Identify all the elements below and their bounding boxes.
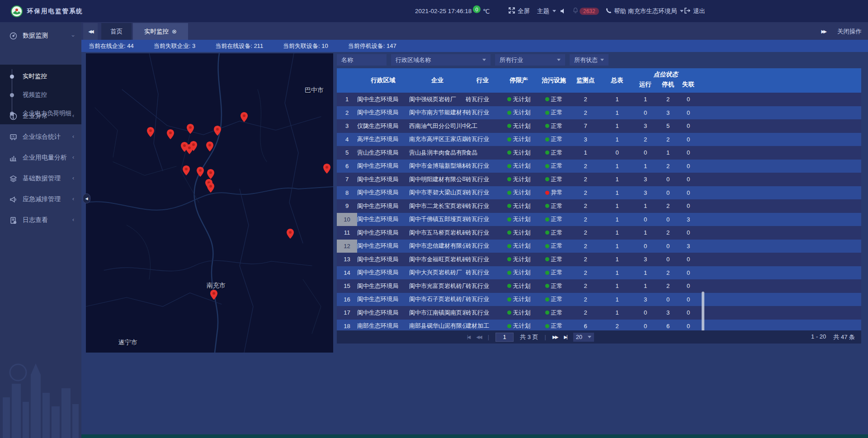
table-row[interactable]: 1阆中生态环境局阆中强锐页岩砖厂砖瓦行业无计划正常21120 [337, 93, 861, 106]
cell-facility: 正常 [538, 240, 570, 253]
cell-meters: 1 [601, 93, 633, 106]
sidebar-subitem-视频监控[interactable]: 视频监控 [0, 86, 81, 104]
cell-meters: 1 [601, 293, 633, 306]
help-button[interactable]: 帮助 [606, 0, 626, 22]
map-pin-icon[interactable] [323, 164, 330, 174]
table-row[interactable]: 6阆中生态环境局阆中市金博瑞新型墙材砖瓦行业无计划正常21120 [337, 160, 861, 173]
map-pin-icon[interactable] [210, 290, 217, 300]
status-select[interactable]: 所有状态 [570, 54, 609, 66]
table-row[interactable]: 13阆中生态环境局阆中市金福旺页岩机砖砖瓦行业无计划正常21300 [337, 253, 861, 266]
table-row[interactable]: 5营山生态环境局营山县润丰肉食品有限食品无计划正常10010 [337, 146, 861, 160]
cell-filler [698, 93, 861, 106]
table-row[interactable]: 10阆中生态环境局阆中千佛镇五郎垭页岩砖瓦行业无计划正常21003 [337, 213, 861, 226]
map-pin-icon[interactable] [197, 167, 204, 177]
map-pin-icon[interactable] [287, 229, 294, 239]
next-page-button[interactable]: ▶▶ [552, 334, 557, 339]
gauge-icon [9, 32, 17, 40]
cell-industry: 砖瓦行业 [466, 306, 500, 320]
status-dot-icon [545, 297, 549, 301]
table-row[interactable]: 8阆中生态环境局阆中市枣碧大梁山页岩砖瓦行业无计划异常21300 [337, 186, 861, 200]
fullscreen-button[interactable]: 全屏 [509, 0, 530, 22]
col-region: 行政区域 [357, 68, 409, 93]
table-row[interactable]: 4高坪生态环境局南充市高坪区王家店建砖瓦行业无计划正常31220 [337, 133, 861, 146]
cell-lost: 0 [678, 199, 698, 213]
table-row[interactable]: 11阆中生态环境局阆中市五马桥页岩机砖砖瓦行业无计划正常21120 [337, 226, 861, 240]
sidebar-subitem-实时监控[interactable]: 实时监控 [0, 67, 81, 85]
sidebar-item-数据监测[interactable]: 数据监测› [0, 26, 81, 46]
table-row[interactable]: 18南部生态环境局南部县砚华山泥有限公建材加工无计划正常62060 [337, 320, 861, 331]
notification-bell[interactable]: 2632 [572, 0, 599, 22]
table-row[interactable]: 16阆中生态环境局阆中市石子页岩机砖厂砖瓦行业无计划正常21300 [337, 293, 861, 306]
close-operations-button[interactable]: 关闭操作 [837, 28, 862, 36]
last-page-button[interactable]: ▶| [564, 334, 566, 339]
tabs-scroll-right-button[interactable]: ▶▶ [821, 29, 826, 34]
map-pin-icon[interactable] [167, 129, 174, 139]
cell-index: 3 [337, 119, 357, 133]
cell-limit: 无计划 [500, 106, 538, 120]
cell-lost: 0 [678, 226, 698, 240]
sidebar-item-应急减排管理[interactable]: 应急减排管理› [0, 189, 81, 209]
status-dot-icon [545, 311, 549, 315]
chevron-down-icon: › [72, 33, 74, 39]
table-row[interactable]: 9阆中生态环境局阆中市二龙长宝页岩砖砖瓦行业无计划正常21120 [337, 199, 861, 213]
sidebar-subitem-label: 实时监控 [23, 72, 47, 80]
sidebar-item-基础数据管理[interactable]: 基础数据管理› [0, 169, 81, 188]
page-number-input[interactable]: 1 [495, 333, 514, 342]
speaker-icon[interactable] [560, 0, 566, 22]
map-pin-icon[interactable] [147, 127, 154, 137]
tab-home[interactable]: 首页 [101, 23, 132, 40]
cell-run: 1 [633, 160, 658, 173]
theme-menu[interactable]: 主题 [537, 0, 556, 22]
sidebar-item-企业用电量分析[interactable]: 企业用电量分析› [0, 148, 81, 168]
map-panel[interactable]: 巴中市南充市遂宁市 [86, 53, 333, 353]
map-pin-icon[interactable] [207, 183, 214, 193]
cell-filler [698, 226, 861, 240]
page-size-select[interactable]: 20 [573, 333, 594, 342]
logout-button[interactable]: 退出 [684, 0, 705, 22]
org-menu[interactable]: 南充市生态环境局 [628, 0, 684, 22]
col-facility: 治污设施 [538, 68, 570, 93]
table-scrollbar-thumb[interactable] [702, 292, 704, 333]
temperature-badge: 0 [473, 5, 481, 13]
map-pin-icon[interactable] [183, 165, 190, 175]
table-row[interactable]: 7阆中生态环境局阆中明阳建材有限公司砖瓦行业无计划正常21300 [337, 173, 861, 186]
table-row[interactable]: 17阆中生态环境局阆中市江南镇阆南页岩砖瓦行业无计划正常21030 [337, 306, 861, 320]
map-pin-icon[interactable] [187, 124, 194, 134]
cell-meters: 1 [601, 253, 633, 266]
map-pin-icon[interactable] [207, 169, 214, 179]
industry-select[interactable]: 所有行业 [495, 54, 565, 66]
cell-meters: 1 [601, 119, 633, 133]
megaphone-icon [9, 195, 17, 203]
region-select[interactable]: 行政区域名称 [391, 54, 491, 66]
table-row[interactable]: 12阆中生态环境局阆中市忠信建材有限公砖瓦行业无计划正常21003 [337, 240, 861, 253]
sidebar-item-企业综合统计[interactable]: 企业综合统计› [0, 127, 81, 147]
sidebar-item-企业异常[interactable]: 企业异常› [0, 106, 81, 126]
map-pin-icon[interactable] [214, 126, 221, 136]
col-company: 企业 [409, 68, 466, 93]
name-search-input[interactable]: 名称 [337, 54, 387, 66]
sidebar-item-日志查看[interactable]: 日志查看› [0, 210, 81, 230]
cell-run: 0 [633, 306, 658, 320]
cell-company: 阆中市光富页岩机砖厂 [409, 279, 466, 293]
prev-page-button[interactable]: ◀◀ [476, 334, 481, 339]
status-dot-icon [507, 151, 511, 155]
cell-facility: 正常 [538, 279, 570, 293]
tabs-scroll-left-button[interactable]: ◀◀ [83, 23, 98, 40]
map-panel-collapse-button[interactable]: ◀ [83, 193, 90, 203]
table-row[interactable]: 3仪陇生态环境局西南油气田分公司川中化工无计划正常71350 [337, 119, 861, 133]
map-pin-icon[interactable] [190, 141, 197, 151]
first-page-button[interactable]: |◀ [467, 334, 470, 339]
cell-index: 5 [337, 146, 357, 160]
cell-company: 阆中市忠信建材有限公 [409, 240, 466, 253]
table-row[interactable]: 2阆中生态环境局阆中市南方节能建材有砖瓦行业无计划正常21030 [337, 106, 861, 120]
close-tab-icon[interactable]: ⊗ [172, 28, 177, 35]
cell-points: 1 [570, 146, 601, 160]
table-row[interactable]: 15阆中生态环境局阆中市光富页岩机砖厂砖瓦行业无计划正常21120 [337, 279, 861, 293]
tab-realtime-monitor[interactable]: 实时监控 ⊗ [133, 23, 188, 40]
stat-item-1: 当前失联企业: 3 [154, 42, 195, 50]
cell-index: 14 [337, 266, 357, 280]
map-pin-icon[interactable] [241, 112, 248, 122]
map-pin-icon[interactable] [206, 141, 213, 151]
table-row[interactable]: 14阆中生态环境局阆中大兴页岩机砖厂砖瓦行业无计划正常21120 [337, 266, 861, 280]
status-dot-icon [545, 284, 549, 288]
